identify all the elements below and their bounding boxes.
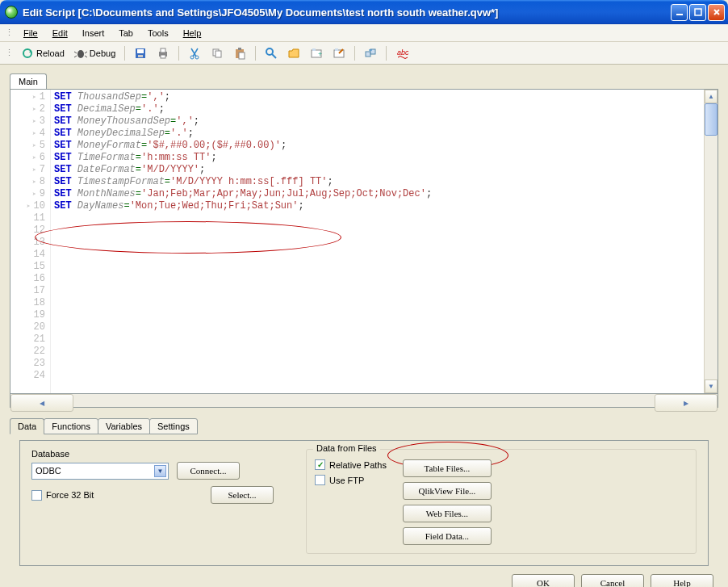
svg-text:+: +: [318, 50, 322, 58]
connect-button[interactable]: Connect...: [177, 462, 240, 480]
svg-rect-19: [238, 48, 241, 50]
svg-rect-13: [161, 55, 165, 58]
svg-point-14: [190, 56, 194, 59]
copy-button[interactable]: [207, 44, 228, 62]
cancel-button[interactable]: Cancel: [581, 574, 644, 587]
database-driver-combo[interactable]: ODBC ▼: [31, 463, 169, 480]
script-tab-main[interactable]: Main: [10, 73, 47, 90]
reload-label: Reload: [36, 48, 65, 58]
ok-button[interactable]: OK: [512, 574, 575, 587]
syntax-check-icon: abc: [395, 47, 408, 60]
toolbar-separator: [354, 46, 355, 61]
tab-order-icon: [364, 47, 377, 60]
field-data-button[interactable]: Field Data...: [403, 527, 492, 545]
svg-rect-10: [138, 55, 143, 57]
relative-paths-label: Relative Paths: [329, 460, 387, 470]
tab-rename-icon: [333, 47, 345, 60]
debug-label: Debug: [90, 48, 115, 58]
tab-add-button[interactable]: +: [306, 44, 327, 62]
horizontal-scrollbar[interactable]: ◀ ▶: [10, 394, 718, 408]
app-icon: [5, 6, 18, 19]
editor-code[interactable]: SET ThousandSep=','; SET DecimalSep='.';…: [51, 90, 704, 393]
force-32bit-label: Force 32 Bit: [46, 490, 94, 500]
menu-file[interactable]: File: [17, 27, 44, 40]
cut-button[interactable]: [184, 44, 205, 62]
menu-help[interactable]: Help: [177, 27, 208, 40]
menu-grip-icon: ⋮: [5, 27, 12, 38]
titlebar: Edit Script [C:\Documents and Settings\J…: [0, 0, 728, 24]
tab-order-button[interactable]: [360, 44, 381, 62]
svg-rect-26: [334, 50, 344, 57]
script-editor[interactable]: ➤1➤2➤3➤4➤5➤6➤7➤8➤9➤101112131415161718192…: [10, 89, 718, 394]
toolbar-separator: [124, 46, 125, 61]
minimize-button[interactable]: [671, 4, 688, 21]
scroll-track[interactable]: [73, 394, 655, 407]
svg-rect-28: [366, 52, 370, 57]
svg-line-6: [74, 56, 77, 57]
editor-gutter: ➤1➤2➤3➤4➤5➤6➤7➤8➤9➤101112131415161718192…: [10, 90, 51, 393]
tab-settings[interactable]: Settings: [149, 418, 198, 434]
maximize-button[interactable]: [689, 4, 706, 21]
bug-icon: [74, 47, 87, 60]
use-ftp-label: Use FTP: [329, 476, 364, 485]
save-icon: [134, 47, 147, 60]
copy-icon: [211, 47, 224, 60]
menu-tools[interactable]: Tools: [141, 27, 175, 40]
tab-rename-button[interactable]: [328, 44, 349, 62]
svg-rect-27: [335, 48, 338, 51]
svg-rect-9: [137, 49, 144, 53]
menu-tab[interactable]: Tab: [112, 27, 140, 40]
table-files-button[interactable]: Table Files...: [403, 459, 492, 477]
checkbox-checked-icon: ✓: [315, 459, 325, 470]
help-button[interactable]: Help: [651, 574, 713, 587]
reload-button[interactable]: Reload: [17, 44, 69, 62]
menu-edit[interactable]: Edit: [46, 27, 74, 40]
scroll-up-button[interactable]: ▲: [705, 90, 718, 103]
tab-add-icon: +: [310, 47, 323, 60]
force-32bit-checkbox[interactable]: Force 32 Bit: [31, 490, 94, 501]
paste-button[interactable]: [229, 44, 250, 62]
svg-point-3: [77, 50, 84, 58]
relative-paths-checkbox[interactable]: ✓ Relative Paths: [315, 459, 387, 470]
database-group: Database ODBC ▼ Connect... Force 32 Bit …: [31, 449, 274, 554]
syntax-check-button[interactable]: abc: [391, 44, 412, 62]
qlikview-file-button[interactable]: QlikView File...: [403, 482, 492, 500]
tab-data[interactable]: Data: [10, 418, 44, 434]
print-icon: [157, 47, 169, 60]
find-button[interactable]: [261, 44, 282, 62]
search-icon: [265, 47, 278, 60]
vertical-scrollbar[interactable]: ▲ ▼: [704, 90, 718, 393]
svg-line-7: [85, 56, 87, 57]
close-button[interactable]: [708, 4, 725, 21]
scroll-right-button[interactable]: ▶: [655, 394, 718, 412]
toolbar-separator: [386, 46, 387, 61]
debug-button[interactable]: Debug: [70, 44, 119, 62]
files-legend: Data from Files: [313, 443, 380, 453]
tab-functions[interactable]: Functions: [44, 418, 98, 434]
toolbar: ⋮ Reload Debug + abc: [0, 42, 728, 65]
scroll-down-button[interactable]: ▼: [705, 379, 718, 393]
menubar: ⋮ File Edit Insert Tab Tools Help: [0, 24, 728, 42]
menu-insert[interactable]: Insert: [76, 27, 111, 40]
svg-rect-17: [215, 51, 221, 57]
files-group: Data from Files ✓ Relative Paths Use FTP: [306, 449, 697, 554]
tab-variables[interactable]: Variables: [98, 418, 150, 434]
scroll-thumb[interactable]: [705, 103, 718, 136]
svg-text:abc: abc: [397, 48, 408, 57]
print-button[interactable]: [153, 44, 174, 62]
svg-rect-12: [161, 48, 165, 52]
checkbox-icon: [31, 490, 42, 501]
scroll-left-button[interactable]: ◀: [10, 394, 73, 412]
chevron-down-icon: ▼: [154, 465, 166, 477]
save-button[interactable]: [130, 44, 151, 62]
select-button[interactable]: Select...: [211, 486, 274, 504]
window-title: Edit Script [C:\Documents and Settings\J…: [23, 6, 671, 19]
svg-line-22: [272, 54, 276, 58]
scroll-track[interactable]: [705, 136, 718, 379]
use-ftp-checkbox[interactable]: Use FTP: [315, 475, 387, 485]
web-files-button[interactable]: Web Files...: [403, 505, 492, 522]
checkbox-icon: [315, 475, 325, 485]
svg-line-5: [85, 52, 87, 53]
folder-icon: [287, 47, 300, 60]
folder-button[interactable]: [283, 44, 304, 62]
